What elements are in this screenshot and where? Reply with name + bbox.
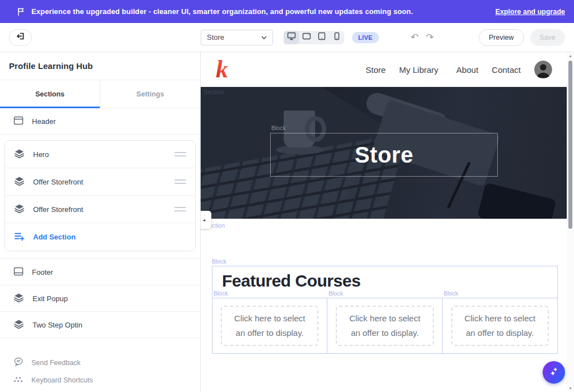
history-controls: ↶ ↷ bbox=[411, 33, 434, 42]
announcement-banner: Experience the upgraded builder - cleane… bbox=[0, 0, 574, 23]
scroll-down-arrow[interactable]: ▼ bbox=[567, 386, 574, 390]
nav-contact[interactable]: Contact bbox=[492, 65, 521, 75]
svg-text:k: k bbox=[216, 57, 228, 82]
sidebar-item-hero[interactable]: Hero bbox=[5, 141, 195, 168]
sidebar-item-offer-storefront-2[interactable]: Offer Storefront bbox=[5, 196, 195, 223]
layers-icon bbox=[13, 319, 24, 331]
hero-title: Store bbox=[271, 133, 497, 176]
sidebar-item-label: Offer Storefront bbox=[33, 178, 83, 186]
offer-block-3[interactable]: Block Click here to select an offer to d… bbox=[442, 298, 558, 354]
sidebar-item-offer-storefront-1[interactable]: Offer Storefront bbox=[5, 168, 195, 196]
sidebar-tabs: Sections Settings bbox=[0, 80, 200, 108]
drag-handle[interactable] bbox=[174, 179, 186, 184]
layers-icon bbox=[14, 204, 25, 215]
sidebar-item-exit-popup[interactable]: Exit Popup bbox=[0, 285, 200, 312]
sidebar-item-label: Offer Storefront bbox=[33, 205, 83, 214]
site-logo[interactable]: k bbox=[215, 57, 235, 82]
device-tablet-button[interactable] bbox=[314, 31, 329, 44]
scrollbar-thumb[interactable] bbox=[568, 61, 572, 229]
assistant-fab-button[interactable] bbox=[543, 361, 565, 384]
user-avatar[interactable] bbox=[534, 61, 552, 79]
tab-sections[interactable]: Sections bbox=[0, 80, 100, 108]
sidebar-utility: Send Feedback Keyboard Shortcuts bbox=[0, 351, 200, 392]
block-label: Block bbox=[271, 124, 286, 131]
layers-icon bbox=[13, 293, 24, 305]
chevron-down-icon bbox=[261, 33, 267, 41]
page-selector-dropdown[interactable]: Store bbox=[201, 30, 273, 45]
tab-settings[interactable]: Settings bbox=[100, 80, 200, 108]
sidebar-item-footer[interactable]: Footer bbox=[0, 259, 200, 285]
exit-icon bbox=[16, 31, 25, 43]
featured-section[interactable]: Section Block Featured Courses Block Cli… bbox=[201, 219, 567, 392]
offer-placeholder[interactable]: Click here to select an offer to display… bbox=[336, 306, 433, 346]
page-title: Profile Learning Hub bbox=[0, 52, 200, 80]
sidebar-item-label: Exit Popup bbox=[33, 294, 68, 303]
sidebar-item-label: Header bbox=[32, 117, 56, 126]
sidebar-item-label: Footer bbox=[32, 268, 53, 276]
nav-my-library[interactable]: My Library bbox=[399, 65, 438, 75]
live-status-badge: LIVE bbox=[352, 32, 379, 43]
header-section-icon bbox=[13, 116, 24, 127]
sections-card: Hero Offer Storefront bbox=[4, 140, 196, 251]
sidebar-item-two-step-optin[interactable]: Two Step Optin bbox=[0, 312, 200, 338]
send-feedback-label: Send Feedback bbox=[31, 359, 81, 367]
site-header: k Store My Library About Contact bbox=[201, 52, 567, 87]
add-section-icon bbox=[14, 232, 25, 243]
device-desktop-button[interactable] bbox=[284, 31, 299, 44]
keyboard-shortcuts-button[interactable]: Keyboard Shortcuts bbox=[0, 371, 200, 389]
layers-icon bbox=[14, 149, 25, 160]
sidebar-item-header[interactable]: Header bbox=[0, 108, 200, 135]
offer-columns: Block Click here to select an offer to d… bbox=[212, 298, 558, 354]
hero-title-block[interactable]: Block Store bbox=[270, 133, 498, 177]
device-preview-toggle bbox=[284, 31, 344, 44]
block-label: Block bbox=[214, 290, 228, 297]
offer-block-2[interactable]: Block Click here to select an offer to d… bbox=[327, 298, 442, 354]
keyboard-dots-icon bbox=[13, 376, 24, 385]
redo-button[interactable]: ↷ bbox=[426, 33, 434, 42]
feedback-bubble-icon bbox=[13, 357, 24, 368]
explore-upgrade-link[interactable]: Explore and upgrade bbox=[496, 8, 565, 16]
block-label: Block bbox=[444, 290, 459, 297]
drag-handle[interactable] bbox=[174, 152, 186, 156]
keyboard-shortcuts-label: Keyboard Shortcuts bbox=[31, 376, 93, 384]
site-nav: Store My Library About Contact bbox=[365, 65, 521, 75]
preview-button[interactable]: Preview bbox=[479, 29, 524, 46]
offer-block-1[interactable]: Block Click here to select an offer to d… bbox=[212, 298, 327, 354]
drag-handle[interactable] bbox=[174, 207, 186, 211]
add-section-button[interactable]: Add Section bbox=[5, 223, 195, 251]
preview-canvas: ◂ k Store My Library bbox=[201, 52, 574, 392]
phone-icon bbox=[332, 32, 341, 43]
device-phone-button[interactable] bbox=[329, 31, 344, 44]
featured-heading-block[interactable]: Featured Courses bbox=[212, 266, 558, 298]
device-laptop-button[interactable] bbox=[299, 31, 314, 44]
collapse-sidebar-button[interactable]: ◂ bbox=[201, 211, 211, 229]
nav-store[interactable]: Store bbox=[365, 65, 386, 75]
tablet-portrait-icon bbox=[317, 32, 326, 43]
hero-section[interactable]: Section Block Store bbox=[201, 87, 567, 219]
desktop-icon bbox=[287, 32, 296, 43]
layers-icon bbox=[14, 176, 25, 188]
tablet-landscape-icon bbox=[302, 32, 311, 43]
offer-placeholder[interactable]: Click here to select an offer to display… bbox=[221, 306, 318, 346]
offer-placeholder[interactable]: Click here to select an offer to display… bbox=[451, 306, 549, 346]
exit-builder-button[interactable] bbox=[9, 29, 32, 46]
builder-sidebar: Profile Learning Hub Sections Settings H… bbox=[0, 52, 201, 392]
static-sections-group: Footer Exit Popup bbox=[0, 259, 200, 338]
page-selector-value: Store bbox=[207, 33, 261, 41]
collapse-arrow-icon: ◂ bbox=[203, 218, 205, 223]
nav-about[interactable]: About bbox=[456, 65, 478, 75]
sidebar-item-label: Hero bbox=[33, 150, 49, 159]
block-label: Block bbox=[212, 258, 558, 265]
scroll-up-arrow[interactable]: ▲ bbox=[567, 54, 574, 58]
add-section-label: Add Section bbox=[33, 233, 76, 241]
block-label: Block bbox=[328, 290, 343, 297]
featured-courses-area: Block Featured Courses Block Click here … bbox=[212, 219, 558, 354]
undo-button[interactable]: ↶ bbox=[411, 33, 419, 42]
send-feedback-button[interactable]: Send Feedback bbox=[0, 354, 200, 371]
save-button[interactable]: Save bbox=[530, 29, 566, 46]
featured-heading: Featured Courses bbox=[222, 271, 548, 290]
section-label: Section bbox=[203, 89, 224, 95]
banner-message: Experience the upgraded builder - cleane… bbox=[31, 7, 413, 16]
sidebar-item-label: Two Step Optin bbox=[33, 321, 82, 329]
canvas-scrollbar[interactable]: ▲ ▼ bbox=[567, 52, 574, 392]
